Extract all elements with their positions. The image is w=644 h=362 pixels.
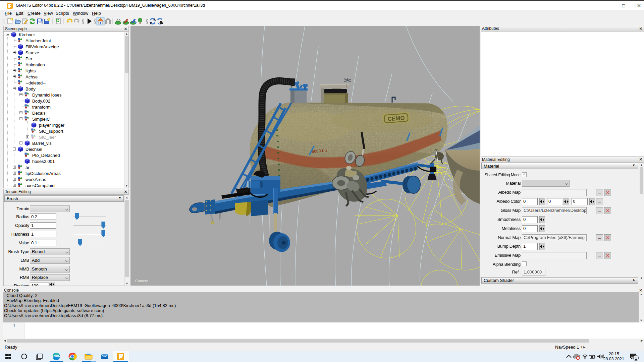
svg-text:28.03.2021: 28.03.2021 xyxy=(603,357,624,361)
svg-text:1: 1 xyxy=(635,356,637,361)
svg-text:CEMO: CEMO xyxy=(387,115,405,122)
svg-text:20:15: 20:15 xyxy=(609,352,619,356)
